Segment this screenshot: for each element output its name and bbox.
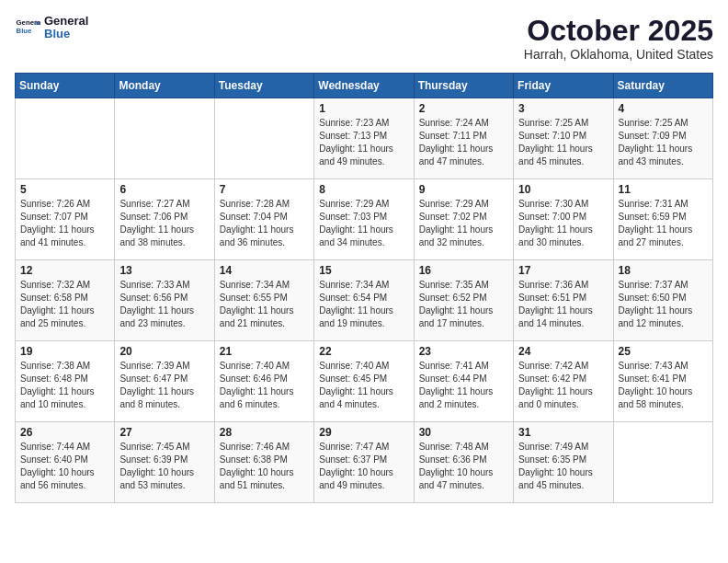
day-info: Sunrise: 7:34 AMSunset: 6:55 PMDaylight:… <box>220 279 309 330</box>
calendar-cell: 8Sunrise: 7:29 AMSunset: 7:03 PMDaylight… <box>314 179 414 260</box>
day-info: Sunrise: 7:40 AMSunset: 6:45 PMDaylight:… <box>319 360 408 411</box>
calendar-cell: 6Sunrise: 7:27 AMSunset: 7:06 PMDaylight… <box>115 179 214 260</box>
day-info: Sunrise: 7:41 AMSunset: 6:44 PMDaylight:… <box>419 360 508 411</box>
day-number: 18 <box>619 264 708 277</box>
day-info: Sunrise: 7:48 AMSunset: 6:36 PMDaylight:… <box>419 441 508 492</box>
calendar-cell: 16Sunrise: 7:35 AMSunset: 6:52 PMDayligh… <box>414 260 513 341</box>
location-subtitle: Harrah, Oklahoma, United States <box>524 47 713 62</box>
calendar-cell <box>16 98 115 179</box>
day-info: Sunrise: 7:29 AMSunset: 7:02 PMDaylight:… <box>419 198 508 249</box>
day-number: 20 <box>119 345 209 358</box>
weekday-header-thursday: Thursday <box>414 74 513 98</box>
day-number: 24 <box>518 345 608 358</box>
weekday-header-monday: Monday <box>115 74 214 98</box>
day-number: 6 <box>119 183 209 196</box>
day-info: Sunrise: 7:38 AMSunset: 6:48 PMDaylight:… <box>20 360 109 411</box>
calendar-cell: 27Sunrise: 7:45 AMSunset: 6:39 PMDayligh… <box>115 422 214 503</box>
day-info: Sunrise: 7:29 AMSunset: 7:03 PMDaylight:… <box>319 198 408 249</box>
day-info: Sunrise: 7:31 AMSunset: 6:59 PMDaylight:… <box>619 198 708 249</box>
weekday-header-friday: Friday <box>514 74 613 98</box>
day-number: 31 <box>518 426 608 439</box>
logo-text: General Blue <box>44 15 88 41</box>
day-number: 26 <box>20 426 109 439</box>
calendar-week-4: 19Sunrise: 7:38 AMSunset: 6:48 PMDayligh… <box>16 341 713 422</box>
day-number: 17 <box>518 264 608 277</box>
day-info: Sunrise: 7:32 AMSunset: 6:58 PMDaylight:… <box>20 279 109 330</box>
day-info: Sunrise: 7:40 AMSunset: 6:46 PMDaylight:… <box>220 360 309 411</box>
weekday-header-wednesday: Wednesday <box>314 74 414 98</box>
day-info: Sunrise: 7:47 AMSunset: 6:37 PMDaylight:… <box>319 441 408 492</box>
day-number: 11 <box>619 183 708 196</box>
calendar-cell: 24Sunrise: 7:42 AMSunset: 6:42 PMDayligh… <box>514 341 613 422</box>
weekday-header-row: SundayMondayTuesdayWednesdayThursdayFrid… <box>16 74 713 98</box>
calendar-cell: 21Sunrise: 7:40 AMSunset: 6:46 PMDayligh… <box>214 341 313 422</box>
day-number: 22 <box>319 345 408 358</box>
day-info: Sunrise: 7:36 AMSunset: 6:51 PMDaylight:… <box>518 279 608 330</box>
calendar-cell: 17Sunrise: 7:36 AMSunset: 6:51 PMDayligh… <box>514 260 613 341</box>
month-title: October 2025 <box>524 15 713 47</box>
calendar-cell: 13Sunrise: 7:33 AMSunset: 6:56 PMDayligh… <box>115 260 214 341</box>
day-info: Sunrise: 7:23 AMSunset: 7:13 PMDaylight:… <box>319 117 408 168</box>
calendar-week-5: 26Sunrise: 7:44 AMSunset: 6:40 PMDayligh… <box>16 422 713 503</box>
calendar-cell: 1Sunrise: 7:23 AMSunset: 7:13 PMDaylight… <box>314 98 414 179</box>
day-number: 5 <box>20 183 109 196</box>
calendar-cell <box>613 422 712 503</box>
day-number: 27 <box>119 426 209 439</box>
calendar-cell: 26Sunrise: 7:44 AMSunset: 6:40 PMDayligh… <box>16 422 115 503</box>
calendar-cell: 4Sunrise: 7:25 AMSunset: 7:09 PMDaylight… <box>613 98 712 179</box>
calendar-cell: 14Sunrise: 7:34 AMSunset: 6:55 PMDayligh… <box>214 260 313 341</box>
day-number: 14 <box>220 264 309 277</box>
day-number: 28 <box>220 426 309 439</box>
day-number: 13 <box>119 264 209 277</box>
calendar-cell: 19Sunrise: 7:38 AMSunset: 6:48 PMDayligh… <box>16 341 115 422</box>
day-info: Sunrise: 7:25 AMSunset: 7:10 PMDaylight:… <box>518 117 608 168</box>
calendar-cell: 28Sunrise: 7:46 AMSunset: 6:38 PMDayligh… <box>214 422 313 503</box>
weekday-header-tuesday: Tuesday <box>214 74 313 98</box>
day-number: 3 <box>518 102 608 115</box>
day-number: 21 <box>220 345 309 358</box>
day-number: 25 <box>619 345 708 358</box>
day-info: Sunrise: 7:49 AMSunset: 6:35 PMDaylight:… <box>518 441 608 492</box>
day-number: 12 <box>20 264 109 277</box>
calendar-week-2: 5Sunrise: 7:26 AMSunset: 7:07 PMDaylight… <box>16 179 713 260</box>
calendar-cell: 29Sunrise: 7:47 AMSunset: 6:37 PMDayligh… <box>314 422 414 503</box>
day-number: 4 <box>619 102 708 115</box>
calendar-cell: 23Sunrise: 7:41 AMSunset: 6:44 PMDayligh… <box>414 341 513 422</box>
calendar-cell: 9Sunrise: 7:29 AMSunset: 7:02 PMDaylight… <box>414 179 513 260</box>
day-info: Sunrise: 7:28 AMSunset: 7:04 PMDaylight:… <box>220 198 309 249</box>
day-number: 9 <box>419 183 508 196</box>
day-number: 10 <box>518 183 608 196</box>
calendar-cell: 11Sunrise: 7:31 AMSunset: 6:59 PMDayligh… <box>613 179 712 260</box>
day-info: Sunrise: 7:35 AMSunset: 6:52 PMDaylight:… <box>419 279 508 330</box>
day-info: Sunrise: 7:45 AMSunset: 6:39 PMDaylight:… <box>119 441 209 492</box>
day-info: Sunrise: 7:46 AMSunset: 6:38 PMDaylight:… <box>220 441 309 492</box>
day-info: Sunrise: 7:37 AMSunset: 6:50 PMDaylight:… <box>619 279 708 330</box>
day-number: 30 <box>419 426 508 439</box>
calendar-cell: 22Sunrise: 7:40 AMSunset: 6:45 PMDayligh… <box>314 341 414 422</box>
calendar-cell: 20Sunrise: 7:39 AMSunset: 6:47 PMDayligh… <box>115 341 214 422</box>
day-number: 19 <box>20 345 109 358</box>
page-header: General Blue General Blue October 2025 H… <box>15 15 713 62</box>
calendar-cell: 10Sunrise: 7:30 AMSunset: 7:00 PMDayligh… <box>514 179 613 260</box>
calendar-cell: 31Sunrise: 7:49 AMSunset: 6:35 PMDayligh… <box>514 422 613 503</box>
day-info: Sunrise: 7:33 AMSunset: 6:56 PMDaylight:… <box>119 279 209 330</box>
calendar-cell: 3Sunrise: 7:25 AMSunset: 7:10 PMDaylight… <box>514 98 613 179</box>
day-info: Sunrise: 7:42 AMSunset: 6:42 PMDaylight:… <box>518 360 608 411</box>
calendar-cell: 7Sunrise: 7:28 AMSunset: 7:04 PMDaylight… <box>214 179 313 260</box>
calendar-cell: 2Sunrise: 7:24 AMSunset: 7:11 PMDaylight… <box>414 98 513 179</box>
day-info: Sunrise: 7:30 AMSunset: 7:00 PMDaylight:… <box>518 198 608 249</box>
calendar-cell: 12Sunrise: 7:32 AMSunset: 6:58 PMDayligh… <box>16 260 115 341</box>
day-number: 23 <box>419 345 508 358</box>
day-info: Sunrise: 7:39 AMSunset: 6:47 PMDaylight:… <box>119 360 209 411</box>
day-number: 15 <box>319 264 408 277</box>
day-number: 2 <box>419 102 508 115</box>
logo-icon: General Blue <box>15 15 40 40</box>
calendar-cell: 18Sunrise: 7:37 AMSunset: 6:50 PMDayligh… <box>613 260 712 341</box>
day-info: Sunrise: 7:24 AMSunset: 7:11 PMDaylight:… <box>419 117 508 168</box>
logo-general: General <box>44 15 88 28</box>
calendar-cell <box>115 98 214 179</box>
calendar-cell <box>214 98 313 179</box>
day-number: 7 <box>220 183 309 196</box>
day-info: Sunrise: 7:26 AMSunset: 7:07 PMDaylight:… <box>20 198 109 249</box>
calendar-week-1: 1Sunrise: 7:23 AMSunset: 7:13 PMDaylight… <box>16 98 713 179</box>
